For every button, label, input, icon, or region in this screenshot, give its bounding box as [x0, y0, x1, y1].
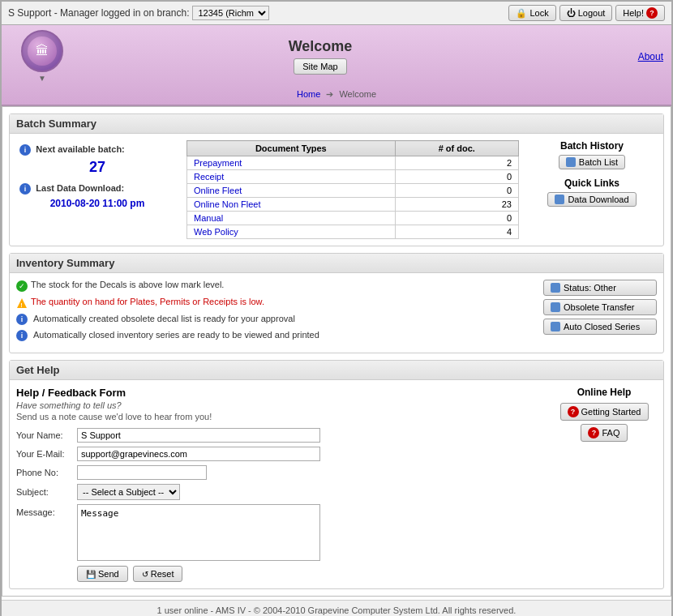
- last-download-icon: i: [19, 183, 31, 195]
- help-form: Help / Feedback Form Have something to t…: [16, 387, 543, 582]
- inv-text-4: Automatically closed inventory series ar…: [33, 330, 319, 340]
- welcome-title: Welcome: [75, 38, 566, 55]
- inv-text-1: The stock for the Decals is above low ma…: [31, 280, 224, 289]
- doc-count-cell: 0: [395, 212, 518, 225]
- data-download-label: Data Download: [568, 195, 628, 204]
- app-title: S Support - Manager logged in on branch:: [8, 7, 189, 19]
- email-input[interactable]: [77, 447, 320, 461]
- sitemap-button[interactable]: Site Map: [294, 58, 346, 75]
- svg-text:!: !: [20, 302, 22, 308]
- logout-label: Logout: [578, 8, 606, 18]
- lock-button[interactable]: 🔒 Lock: [508, 5, 555, 21]
- help-icon: ?: [646, 7, 658, 19]
- help-form-title: Help / Feedback Form: [16, 387, 543, 399]
- send-button[interactable]: 💾 Send: [77, 566, 128, 582]
- obsolete-transfer-button[interactable]: Obsolete Transfer: [543, 299, 657, 315]
- data-download-button[interactable]: Data Download: [547, 192, 636, 207]
- message-label: Message:: [16, 504, 77, 517]
- get-help-body: Help / Feedback Form Have something to t…: [10, 380, 663, 588]
- inventory-summary-header: Inventory Summary: [10, 254, 663, 273]
- header-top: 🏛 ▼ Welcome Site Map About: [2, 25, 671, 88]
- main-content: Batch Summary i Next available batch: 27…: [2, 106, 671, 597]
- status-other-button[interactable]: Status: Other: [543, 280, 657, 296]
- batch-list-label: Batch List: [579, 157, 618, 167]
- send-icon: 💾: [86, 570, 96, 579]
- message-textarea[interactable]: Message: [77, 504, 320, 561]
- doc-type-cell[interactable]: Online Fleet: [187, 184, 396, 198]
- breadcrumb-home[interactable]: Home: [297, 89, 320, 99]
- getting-started-icon: ?: [568, 406, 579, 417]
- quick-links: Batch History Batch List Quick Links Dat…: [527, 140, 657, 208]
- logo-figure: 🏛: [36, 44, 49, 58]
- getting-started-button[interactable]: ? Getting Started: [560, 403, 649, 421]
- get-help-section: Get Help Help / Feedback Form Have somet…: [9, 360, 664, 589]
- reset-button[interactable]: ↺ Reset: [133, 566, 183, 582]
- phone-row: Phone No:: [16, 465, 543, 480]
- phone-input[interactable]: [77, 465, 207, 480]
- subject-select[interactable]: -- Select a Subject --: [77, 484, 180, 500]
- reset-icon: ↺: [142, 570, 148, 579]
- doc-type-cell[interactable]: Prepayment: [187, 156, 396, 170]
- batch-list-icon: [566, 157, 576, 167]
- name-label: Your Name:: [16, 430, 77, 440]
- getting-started-label: Getting Started: [581, 407, 641, 417]
- footer: 1 user online - AMS IV - © 2004-2010 Gra…: [2, 600, 671, 616]
- batch-summary-section: Batch Summary i Next available batch: 27…: [9, 113, 664, 246]
- inv-msg-1: ✓ The stock for the Decals is above low …: [16, 280, 519, 292]
- status-label: Status: Other: [564, 283, 616, 293]
- faq-button[interactable]: ? FAQ: [581, 424, 627, 442]
- batch-list-button[interactable]: Batch List: [559, 155, 625, 169]
- online-help: Online Help ? Getting Started ? FAQ: [551, 387, 657, 582]
- autoclosed-icon: [551, 322, 560, 332]
- doc-count-cell: 0: [395, 170, 518, 184]
- email-label: Your E-Mail:: [16, 449, 77, 459]
- table-row: Online Fleet0: [187, 184, 519, 198]
- get-help-header: Get Help: [10, 361, 663, 380]
- doc-type-cell[interactable]: Web Policy: [187, 225, 396, 239]
- doc-col-type: Document Types: [187, 141, 396, 156]
- top-bar-title: S Support - Manager logged in on branch:…: [8, 6, 504, 20]
- header-center: Welcome Site Map: [75, 38, 566, 75]
- table-row: Receipt0: [187, 170, 519, 184]
- form-buttons: 💾 Send ↺ Reset: [77, 566, 543, 582]
- lock-icon: 🔒: [516, 8, 527, 19]
- inv-msg-4: i Automatically closed inventory series …: [16, 330, 519, 341]
- table-row: Web Policy4: [187, 225, 519, 239]
- lock-label: Lock: [529, 8, 548, 18]
- help-label: Help!: [623, 8, 644, 18]
- help-button[interactable]: Help! ?: [615, 5, 665, 21]
- inv-text-3: Automatically created obsolete decal lis…: [33, 314, 295, 323]
- reset-label: Reset: [151, 569, 174, 579]
- batch-info: i Next available batch: 27 i Last Data D…: [16, 140, 178, 219]
- inv-icon-info-2: i: [16, 330, 28, 341]
- about-link[interactable]: About: [638, 51, 663, 62]
- doc-type-cell[interactable]: Online Non Fleet: [187, 198, 396, 212]
- message-row: Message: Message: [16, 504, 543, 561]
- faq-label: FAQ: [602, 428, 619, 438]
- doc-count-cell: 0: [395, 184, 518, 198]
- inventory-messages: ✓ The stock for the Decals is above low …: [16, 280, 519, 346]
- logo-area: 🏛 ▼: [10, 30, 75, 83]
- name-input[interactable]: [77, 428, 320, 443]
- status-icon: [551, 283, 560, 293]
- batch-history-title: Batch History: [527, 140, 657, 152]
- help-form-sub2: Send us a note cause we'd love to hear f…: [16, 412, 543, 421]
- footer-text: 1 user online - AMS IV - © 2004-2010 Gra…: [157, 605, 517, 615]
- logo-circle: 🏛: [21, 30, 63, 72]
- doc-type-cell[interactable]: Receipt: [187, 170, 396, 184]
- logout-icon: ⏻: [567, 8, 576, 18]
- inv-icon-ok: ✓: [16, 280, 28, 292]
- subject-row: Subject: -- Select a Subject --: [16, 484, 543, 500]
- name-row: Your Name:: [16, 428, 543, 443]
- doc-count-cell: 23: [395, 198, 518, 212]
- send-label: Send: [98, 569, 119, 579]
- doc-type-cell[interactable]: Manual: [187, 212, 396, 225]
- logout-button[interactable]: ⏻ Logout: [559, 5, 613, 21]
- quick-links-title: Quick Links: [527, 178, 657, 189]
- next-batch-value: 27: [19, 159, 175, 176]
- inv-icon-info-1: i: [16, 314, 28, 325]
- table-row: Online Non Fleet23: [187, 198, 519, 212]
- auto-closed-series-button[interactable]: Auto Closed Series: [543, 319, 657, 335]
- branch-select[interactable]: 12345 (Richm: [192, 6, 269, 20]
- phone-label: Phone No:: [16, 468, 77, 477]
